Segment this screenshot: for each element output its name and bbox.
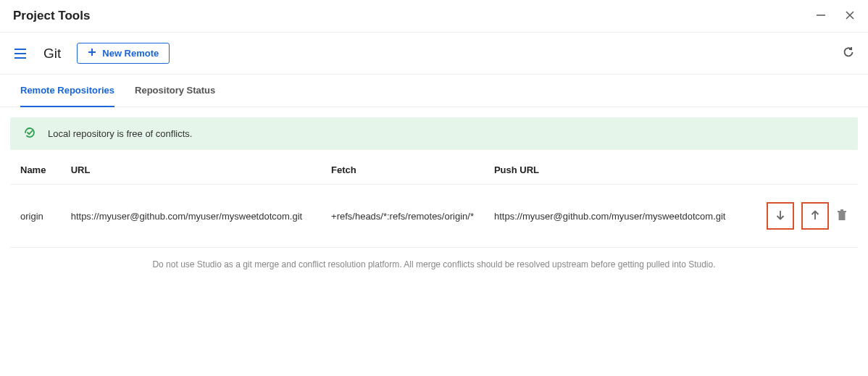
svg-rect-11	[838, 211, 846, 212]
tab-repository-status[interactable]: Repository Status	[135, 75, 215, 106]
tabs: Remote Repositories Repository Status	[0, 75, 868, 107]
close-icon[interactable]	[845, 10, 855, 22]
cell-fetch: +refs/heads/*:refs/remotes/origin/*	[321, 185, 484, 248]
table-row: origin https://myuser@github.com/myuser/…	[10, 185, 858, 248]
svg-rect-10	[839, 212, 846, 220]
window-controls	[816, 10, 855, 22]
check-circle-icon	[23, 126, 36, 141]
toolbar: Git New Remote	[0, 33, 868, 75]
trash-icon	[836, 209, 848, 224]
page-title: Git	[43, 46, 61, 62]
pull-button[interactable]	[767, 202, 794, 230]
column-fetch: Fetch	[321, 156, 484, 185]
plus-icon	[88, 48, 96, 59]
tab-remote-repositories[interactable]: Remote Repositories	[20, 75, 114, 107]
svg-rect-12	[840, 209, 843, 211]
cell-push-url: https://myuser@github.com/myuser/mysweet…	[484, 185, 736, 248]
column-name: Name	[10, 156, 61, 185]
alert-text: Local repository is free of conflicts.	[48, 128, 192, 139]
row-actions	[746, 202, 848, 230]
minimize-icon[interactable]	[816, 10, 826, 22]
refresh-icon[interactable]	[842, 46, 855, 61]
footnote: Do not use Studio as a git merge and con…	[10, 248, 858, 281]
arrow-up-icon	[809, 209, 821, 223]
menu-icon[interactable]	[13, 47, 28, 60]
cell-url: https://myuser@github.com/myuser/mysweet…	[61, 185, 321, 248]
column-url: URL	[61, 156, 321, 185]
new-remote-button[interactable]: New Remote	[77, 43, 170, 64]
new-remote-label: New Remote	[102, 48, 159, 59]
window-title: Project Tools	[13, 9, 90, 23]
status-alert: Local repository is free of conflicts.	[10, 117, 858, 150]
content: Local repository is free of conflicts. N…	[0, 107, 868, 291]
push-button[interactable]	[801, 202, 829, 230]
titlebar: Project Tools	[0, 0, 868, 33]
arrow-down-icon	[775, 209, 786, 223]
remotes-table: Name URL Fetch Push URL origin https://m…	[10, 156, 858, 248]
delete-button[interactable]	[836, 209, 848, 224]
cell-name: origin	[10, 185, 61, 248]
column-push-url: Push URL	[484, 156, 736, 185]
